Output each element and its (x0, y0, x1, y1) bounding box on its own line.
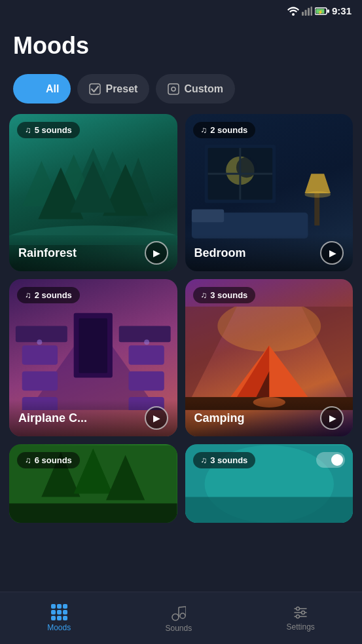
camping-badge: 3 sounds (193, 287, 256, 303)
svg-rect-45 (79, 318, 107, 373)
svg-point-0 (292, 13, 295, 16)
moods-grid: 5 sounds Rainforest ▶ (0, 114, 362, 436)
filter-all[interactable]: All (13, 74, 71, 104)
svg-rect-29 (191, 210, 223, 223)
camping-scene (185, 307, 353, 410)
rainforest-play[interactable]: ▶ (145, 241, 168, 265)
camping-play[interactable]: ▶ (320, 406, 344, 430)
svg-rect-41 (119, 326, 171, 343)
nav-sounds[interactable]: Sounds (165, 604, 192, 633)
play-icon: ▶ (153, 413, 160, 423)
card-ocean[interactable]: 3 sounds (185, 444, 353, 523)
custom-icon (168, 83, 179, 95)
status-icons: ⚡ 9:31 (287, 5, 352, 16)
wifi-icon (287, 7, 299, 16)
music-note-icon (201, 455, 208, 465)
svg-point-42 (37, 339, 42, 345)
rainforest-scene (9, 142, 177, 245)
svg-rect-38 (129, 371, 164, 391)
sounds-nav-label: Sounds (165, 624, 192, 633)
airplane-footer: Airplane C... ▶ (9, 400, 177, 436)
svg-rect-59 (9, 503, 177, 523)
filter-custom[interactable]: Custom (156, 74, 235, 104)
music-note-icon (201, 125, 208, 135)
svg-point-11 (172, 87, 175, 91)
svg-point-63 (172, 614, 179, 620)
card-airplane[interactable]: 2 sounds Airplane C... ▶ (9, 279, 177, 436)
svg-point-73 (297, 615, 300, 618)
svg-rect-10 (168, 84, 179, 94)
bedroom-footer: Bedroom ▶ (185, 235, 353, 271)
svg-point-64 (180, 613, 185, 618)
svg-text:⚡: ⚡ (317, 9, 323, 14)
preset-icon (89, 83, 101, 95)
music-note-icon (25, 125, 31, 135)
moods-nav-label: Moods (47, 623, 71, 632)
play-icon: ▶ (153, 248, 160, 258)
moods-nav-icon (51, 604, 67, 620)
svg-rect-3 (308, 8, 310, 16)
airplane-scene (9, 307, 177, 410)
music-note-icon (25, 290, 31, 300)
sounds-nav-icon (172, 604, 186, 621)
svg-rect-40 (16, 326, 67, 343)
signal-icon (302, 7, 312, 16)
settings-nav-label: Settings (286, 622, 314, 632)
airplane-badge: 2 sounds (17, 287, 80, 303)
music-note-icon (201, 290, 208, 300)
status-bar: ⚡ 9:31 (0, 0, 362, 22)
svg-rect-4 (310, 7, 312, 16)
card-camping[interactable]: 3 sounds Camping ▶ (185, 279, 353, 436)
svg-point-32 (304, 191, 330, 198)
ocean-toggle[interactable] (316, 452, 345, 468)
svg-rect-62 (185, 497, 353, 523)
music-note-icon (25, 455, 31, 465)
camping-footer: Camping ▶ (185, 400, 353, 436)
rainforest-badge: 5 sounds (17, 122, 80, 138)
svg-point-43 (144, 339, 149, 345)
header: Moods (0, 22, 362, 67)
airplane-play[interactable]: ▶ (145, 406, 168, 430)
page-title: Moods (13, 32, 349, 60)
forest2-badge: 6 sounds (17, 452, 80, 468)
bedroom-scene (185, 142, 353, 245)
nav-moods[interactable]: Moods (47, 604, 71, 632)
play-icon: ▶ (329, 413, 336, 423)
svg-rect-30 (314, 193, 319, 225)
svg-marker-31 (304, 174, 330, 193)
svg-rect-37 (129, 345, 164, 365)
bedroom-badge: 2 sounds (193, 122, 256, 138)
play-icon: ▶ (329, 248, 336, 258)
svg-line-67 (179, 607, 186, 607)
svg-rect-7 (327, 9, 329, 12)
filter-preset[interactable]: Preset (77, 74, 149, 104)
svg-rect-34 (22, 345, 58, 365)
card-rainforest[interactable]: 5 sounds Rainforest ▶ (9, 114, 177, 271)
card-bedroom[interactable]: 2 sounds Bedroom ▶ (185, 114, 353, 271)
rainforest-footer: Rainforest ▶ (9, 235, 177, 271)
bedroom-play[interactable]: ▶ (320, 241, 344, 265)
partial-cards-row: 6 sounds 3 sounds (0, 444, 362, 523)
battery-icon: ⚡ (315, 7, 329, 15)
svg-point-72 (302, 611, 305, 614)
svg-rect-2 (304, 10, 306, 16)
settings-nav-icon (293, 605, 308, 620)
filter-row: All Preset Custom (0, 67, 362, 114)
toggle-knob (331, 454, 343, 466)
card-forest2[interactable]: 6 sounds (9, 444, 177, 523)
svg-rect-35 (22, 371, 58, 391)
status-time: 9:31 (332, 5, 352, 16)
svg-rect-1 (302, 12, 304, 16)
nav-settings[interactable]: Settings (286, 605, 314, 632)
ocean-badge: 3 sounds (193, 452, 256, 468)
grid-icon (25, 81, 41, 97)
svg-point-71 (297, 607, 300, 610)
bottom-nav: Moods Sounds Settings (0, 592, 362, 644)
